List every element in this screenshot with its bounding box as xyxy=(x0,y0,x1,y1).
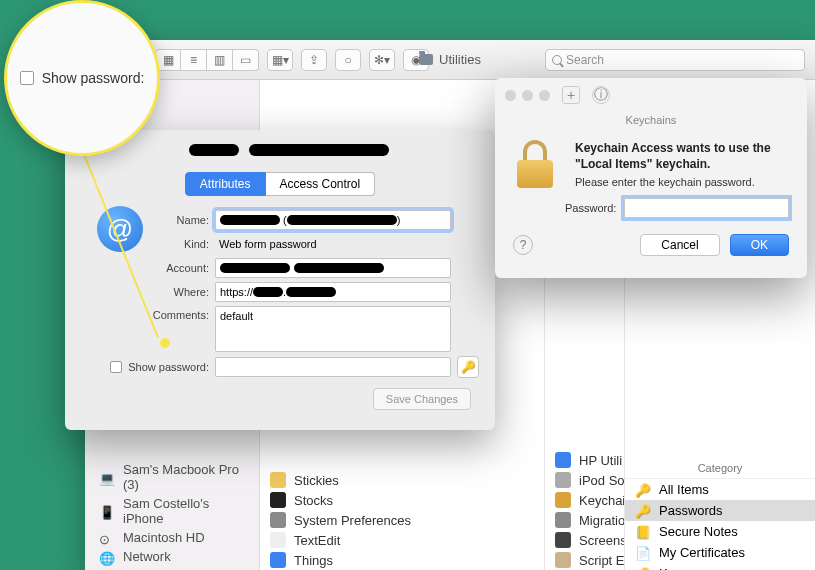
inspector-header xyxy=(79,144,481,166)
share-button[interactable]: ⇪ xyxy=(301,49,327,71)
app-icon xyxy=(270,512,286,528)
minimize-dot[interactable] xyxy=(522,90,533,101)
category-label: All Items xyxy=(659,482,709,497)
column-view-button[interactable]: ▥ xyxy=(207,49,233,71)
list-view-button[interactable]: ≡ xyxy=(181,49,207,71)
list-item[interactable]: Screens xyxy=(545,530,624,550)
finder-search[interactable]: Search xyxy=(545,49,805,71)
app-icon xyxy=(555,492,571,508)
category-label: Keys xyxy=(659,566,688,570)
help-button[interactable]: ? xyxy=(513,235,533,255)
comments-field[interactable]: default xyxy=(215,306,451,352)
tab-access-control[interactable]: Access Control xyxy=(266,172,376,196)
where-field[interactable]: https:// . xyxy=(215,282,451,302)
list-item-label: Keychai xyxy=(579,493,625,508)
category-label: My Certificates xyxy=(659,545,745,560)
sidebar-item-device[interactable]: 💻Sam's Macbook Pro (3) xyxy=(95,460,249,494)
sidebar-item-disk[interactable]: ⊙Macintosh HD xyxy=(95,528,249,547)
sidebar-item-iphone[interactable]: 📱Sam Costello's iPhone xyxy=(95,494,249,528)
callout-circle: Show password: xyxy=(4,0,160,156)
ok-button[interactable]: OK xyxy=(730,234,789,256)
list-item-label: Stocks xyxy=(294,493,333,508)
callout-label: Show password: xyxy=(42,70,145,86)
list-item-label: System Preferences xyxy=(294,513,411,528)
app-icon xyxy=(270,552,286,568)
keychain-item-inspector: Attributes Access Control @ Name: ( ) Ki… xyxy=(65,130,495,430)
app-icon xyxy=(270,492,286,508)
callout-anchor xyxy=(160,338,170,348)
app-icon xyxy=(270,532,286,548)
label-show-password: Show password: xyxy=(128,361,209,373)
redacted-value xyxy=(294,263,384,273)
globe-icon: 🌐 xyxy=(99,551,115,563)
list-item[interactable]: Migratio xyxy=(545,510,624,530)
search-icon xyxy=(552,55,562,65)
app-icon xyxy=(555,552,571,568)
list-item[interactable]: iPod So xyxy=(545,470,624,490)
auth-subtitle: Please enter the keychain password. xyxy=(575,176,789,188)
search-placeholder: Search xyxy=(566,53,604,67)
list-item[interactable]: Script E xyxy=(545,550,624,570)
info-button[interactable]: ⓘ xyxy=(592,86,610,104)
category-item[interactable]: 📄My Certificates xyxy=(625,542,815,563)
kind-field: Web form password xyxy=(215,234,451,254)
redacted-name xyxy=(249,144,389,156)
category-item[interactable]: 🔑Keys xyxy=(625,563,815,570)
keychain-auth-dialog: + ⓘ Keychains Keychain Access wants to u… xyxy=(495,78,807,278)
list-item[interactable]: Keychai xyxy=(545,490,624,510)
action-button[interactable]: ✻▾ xyxy=(369,49,395,71)
sidebar-item-network[interactable]: 🌐Network xyxy=(95,547,249,566)
cancel-button[interactable]: Cancel xyxy=(640,234,719,256)
gallery-view-button[interactable]: ▭ xyxy=(233,49,259,71)
app-icon xyxy=(555,512,571,528)
tab-attributes[interactable]: Attributes xyxy=(185,172,266,196)
reveal-key-button[interactable]: 🔑 xyxy=(457,356,479,378)
category-item[interactable]: 📒Secure Notes xyxy=(625,521,815,542)
redacted-name xyxy=(189,144,239,156)
view-mode-buttons[interactable]: ▦ ≡ ▥ ▭ xyxy=(155,49,259,71)
category-item[interactable]: 🔑Passwords xyxy=(625,500,815,521)
redacted-value xyxy=(253,287,283,297)
list-item-label: Stickies xyxy=(294,473,339,488)
list-item-label: Screens xyxy=(579,533,625,548)
disk-icon: ⊙ xyxy=(99,532,115,544)
list-item-label: HP Utili xyxy=(579,453,622,468)
add-keychain-button[interactable]: + xyxy=(562,86,580,104)
category-icon: 🔑 xyxy=(635,483,651,497)
finder-title: Utilities xyxy=(419,52,481,67)
arrange-button[interactable]: ▦▾ xyxy=(267,49,293,71)
phone-icon: 📱 xyxy=(99,505,115,517)
zoom-dot[interactable] xyxy=(539,90,550,101)
lock-icon xyxy=(513,140,557,188)
category-header: Category xyxy=(625,458,815,479)
window-controls: + ⓘ xyxy=(495,78,807,104)
inspector-tabs: Attributes Access Control xyxy=(79,172,481,196)
auth-password-input[interactable] xyxy=(624,198,789,218)
list-item-label: Script E xyxy=(579,553,625,568)
category-item[interactable]: 🔑All Items xyxy=(625,479,815,500)
save-changes-button[interactable]: Save Changes xyxy=(373,388,471,410)
list-item[interactable]: System Preferences xyxy=(260,510,544,530)
list-item-label: Migratio xyxy=(579,513,625,528)
finder-toolbar: ‹ › ▦ ≡ ▥ ▭ ▦▾ ⇪ ○ ✻▾ ◉ Search Utilities xyxy=(85,40,815,80)
list-item[interactable]: Stocks xyxy=(260,490,544,510)
password-field[interactable] xyxy=(215,357,451,377)
category-icon: 📄 xyxy=(635,546,651,560)
list-item[interactable]: HP Utili xyxy=(545,450,624,470)
auth-title: Keychain Access wants to use the "Local … xyxy=(575,140,789,172)
app-icon xyxy=(555,472,571,488)
list-item[interactable]: Stickies xyxy=(260,470,544,490)
redacted-value xyxy=(287,215,397,225)
list-item-label: Things xyxy=(294,553,333,568)
name-field[interactable]: ( ) xyxy=(215,210,451,230)
close-dot[interactable] xyxy=(505,90,516,101)
app-icon xyxy=(270,472,286,488)
list-item[interactable]: TextEdit xyxy=(260,530,544,550)
account-field[interactable] xyxy=(215,258,451,278)
tag-button[interactable]: ○ xyxy=(335,49,361,71)
list-item[interactable]: Things xyxy=(260,550,544,570)
redacted-value xyxy=(220,215,280,225)
show-password-checkbox[interactable] xyxy=(110,361,122,373)
category-icon: 📒 xyxy=(635,525,651,539)
folder-icon xyxy=(419,54,433,65)
